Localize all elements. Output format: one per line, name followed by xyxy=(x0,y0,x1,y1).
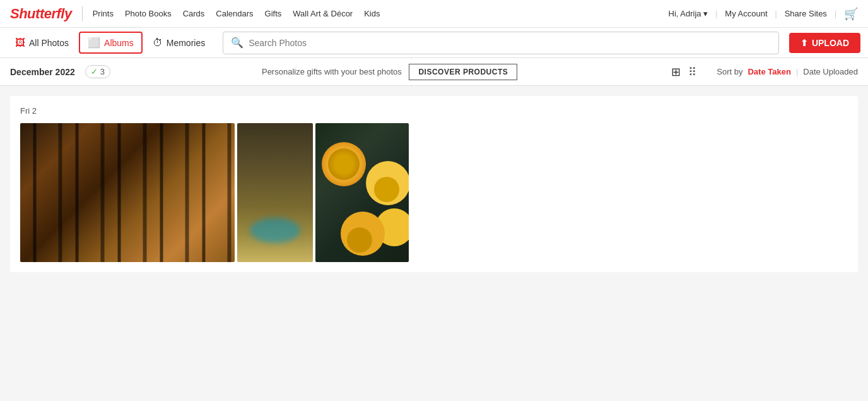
sort-date-uploaded[interactable]: Date Uploaded xyxy=(803,67,858,76)
checkmark-icon: ✓ xyxy=(91,67,98,76)
share-sites-link[interactable]: Share Sites xyxy=(785,9,827,18)
section-date-label: December 2022 xyxy=(10,67,75,77)
view-toggle: ⊞ ⠿ xyxy=(669,63,699,81)
photo-section: Fri 2 xyxy=(10,96,858,272)
toolbar: December 2022 ✓ 3 Personalize gifts with… xyxy=(0,58,868,86)
nav-link-prints[interactable]: Prints xyxy=(93,9,114,18)
sort-area: Sort by Date Taken | Date Uploaded xyxy=(717,67,858,76)
albums-icon: ⬜ xyxy=(88,37,100,49)
selected-count: 3 xyxy=(100,67,105,76)
nav-link-photo-books[interactable]: Photo Books xyxy=(125,9,172,18)
photo-item-flowers[interactable] xyxy=(315,123,409,262)
nav-link-calendars[interactable]: Calendars xyxy=(216,9,253,18)
nav-links: Prints Photo Books Cards Calendars Gifts… xyxy=(93,9,669,18)
my-account-link[interactable]: My Account xyxy=(725,9,767,18)
upload-button[interactable]: ⬆ UPLOAD xyxy=(789,33,860,53)
user-greeting: Hi, Adrija ▾ xyxy=(669,9,708,18)
top-navigation: Shutterfly Prints Photo Books Cards Cale… xyxy=(0,0,868,28)
sort-date-taken[interactable]: Date Taken xyxy=(748,67,790,76)
memories-icon: ⏱ xyxy=(153,37,163,49)
tab-all-photos[interactable]: 🖼 All Photos xyxy=(8,33,76,52)
discover-message-area: Personalize gifts with your best photos … xyxy=(118,64,661,80)
nav-link-gifts[interactable]: Gifts xyxy=(265,9,282,18)
cart-icon[interactable]: 🛒 xyxy=(844,7,858,21)
main-content: Fri 2 xyxy=(0,86,868,401)
photo-item-cave[interactable] xyxy=(237,123,313,262)
tab-albums[interactable]: ⬜ Albums xyxy=(79,32,143,54)
secondary-navigation: 🖼 All Photos ⬜ Albums ⏱ Memories 🔍 ⬆ UPL… xyxy=(0,28,868,58)
photo-item-trees[interactable] xyxy=(20,123,235,262)
nav-divider xyxy=(82,6,83,21)
tab-memories[interactable]: ⏱ Memories xyxy=(145,33,213,52)
photos-icon: 🖼 xyxy=(15,37,25,49)
search-icon: 🔍 xyxy=(231,37,243,49)
photo-grid xyxy=(20,123,848,262)
discover-products-button[interactable]: DISCOVER PRODUCTS xyxy=(409,64,517,80)
nav-link-cards[interactable]: Cards xyxy=(183,9,205,18)
search-bar[interactable]: 🔍 xyxy=(223,32,779,54)
logo[interactable]: Shutterfly xyxy=(10,6,72,22)
upload-arrow-icon: ⬆ xyxy=(801,38,808,48)
nav-right: Hi, Adrija ▾ | My Account | Share Sites … xyxy=(669,7,858,21)
selected-count-badge: ✓ 3 xyxy=(85,65,110,78)
search-input[interactable] xyxy=(249,38,771,48)
grid-view-button[interactable]: ⊞ xyxy=(669,63,683,81)
nav-link-wall-art[interactable]: Wall Art & Décor xyxy=(293,9,353,18)
photo-section-date: Fri 2 xyxy=(20,106,848,116)
nav-link-kids[interactable]: Kids xyxy=(364,9,380,18)
small-grid-view-button[interactable]: ⠿ xyxy=(686,63,699,81)
